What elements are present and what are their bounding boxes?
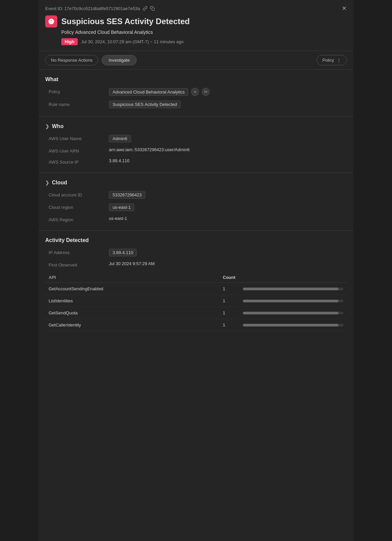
severity-badge: High xyxy=(61,38,78,45)
aws-region-value: us-east-1 xyxy=(109,216,347,221)
cloud-region-label: Cloud region xyxy=(49,203,109,210)
aws-user-name-label: AWS User Name xyxy=(49,135,109,141)
who-title[interactable]: ❯ Who xyxy=(45,123,347,129)
cloud-title-text: Cloud xyxy=(52,180,67,186)
count-cell: 1 xyxy=(219,295,240,307)
rule-name-tag: Suspicious SES Activity Detected xyxy=(109,101,181,108)
api-cell: GetSendQuota xyxy=(45,307,219,319)
aws-user-arn-value: arn:aws:iam::533267296423:user/Admin6 xyxy=(109,147,347,152)
count-cell: 1 xyxy=(219,307,240,319)
policy-button[interactable]: Policy ⋮ xyxy=(317,55,347,65)
api-cell: GetCallerIdentity xyxy=(45,319,219,331)
alert-icon xyxy=(45,15,57,27)
activity-title: Activity Detected xyxy=(45,237,347,243)
table-row: GetSendQuota 1 xyxy=(45,307,347,319)
count-cell: 1 xyxy=(219,283,240,295)
api-cell: ListIdentities xyxy=(45,295,219,307)
cloud-account-id-row: Cloud account ID 533267296423 xyxy=(45,191,347,199)
table-row: ListIdentities 1 xyxy=(45,295,347,307)
first-observed-row: First Observed Jul 30 2024 9:57:29 AM xyxy=(45,261,347,267)
cloud-account-id-label: Cloud account ID xyxy=(49,191,109,197)
cloud-section: ❯ Cloud Cloud account ID 533267296423 Cl… xyxy=(39,173,353,231)
bar-cell xyxy=(240,307,347,319)
aws-region-row: AWS Region us-east-1 xyxy=(45,216,347,222)
aws-source-ip-value: 3.89.4.110 xyxy=(109,158,347,163)
api-col-header: API xyxy=(45,272,219,283)
table-row: GetAccountSendingEnabled 1 xyxy=(45,283,347,295)
table-row: GetCallerIdentity 1 xyxy=(45,319,347,331)
policy-name: Advanced Cloud Behavioral Analytics xyxy=(75,29,153,35)
policy-button-label: Policy xyxy=(322,58,334,63)
ip-address-row: IP Address 3.89.4.110 xyxy=(45,249,347,256)
svg-rect-0 xyxy=(152,8,154,10)
cloud-region-value: us-east-1 xyxy=(109,203,347,211)
no-response-button[interactable]: No Response Actions xyxy=(45,55,98,65)
bar-cell xyxy=(240,283,347,295)
first-observed-value: Jul 30 2024 9:57:29 AM xyxy=(109,261,347,266)
aws-source-ip-label: AWS Source IP xyxy=(49,158,109,165)
count-col-header: Count xyxy=(219,272,240,283)
filter-eq-button[interactable]: = xyxy=(191,88,199,96)
who-section: ❯ Who AWS User Name Admin6 AWS User ARN … xyxy=(39,117,353,173)
aws-user-arn-label: AWS User ARN xyxy=(49,147,109,154)
link-icon[interactable] xyxy=(143,6,147,11)
policy-field-row: Policy Advanced Cloud Behavioral Analyti… xyxy=(45,88,347,96)
first-observed-label: First Observed xyxy=(49,261,109,267)
cloud-account-id-value: 533267296423 xyxy=(109,191,347,199)
filter-neq-button[interactable]: != xyxy=(202,88,210,96)
what-section: What Policy Advanced Cloud Behavioral An… xyxy=(39,70,353,117)
investigate-button[interactable]: Investigate xyxy=(102,55,137,65)
who-chevron: ❯ xyxy=(45,124,49,129)
aws-user-name-value: Admin6 xyxy=(109,135,347,142)
cloud-title[interactable]: ❯ Cloud xyxy=(45,180,347,186)
count-cell: 1 xyxy=(219,319,240,331)
activity-section: Activity Detected IP Address 3.89.4.110 … xyxy=(39,231,353,335)
close-icon[interactable]: ✕ xyxy=(342,5,347,12)
aws-source-ip-row: AWS Source IP 3.89.4.110 xyxy=(45,158,347,165)
api-cell: GetAccountSendingEnabled xyxy=(45,283,219,295)
copy-icon[interactable] xyxy=(150,6,155,11)
ip-address-value: 3.89.4.110 xyxy=(109,249,347,256)
aws-user-name-row: AWS User Name Admin6 xyxy=(45,135,347,142)
policy-row: Policy Advanced Cloud Behavioral Analyti… xyxy=(45,29,347,35)
policy-tag: Advanced Cloud Behavioral Analytics xyxy=(109,88,188,96)
what-title: What xyxy=(45,76,347,82)
more-icon: ⋮ xyxy=(337,58,341,63)
policy-field-label: Policy xyxy=(49,88,109,94)
event-id-text: Event ID: 17e70c9cc621dba8fe5712901ae7e5… xyxy=(45,6,140,11)
timestamp: Jul 30, 2024, 10:07:29 am (GMT-7) ~ 11 m… xyxy=(81,39,184,44)
policy-field-value: Advanced Cloud Behavioral Analytics = != xyxy=(109,88,347,96)
rule-name-field-row: Rule name Suspicious SES Activity Detect… xyxy=(45,101,347,108)
who-title-text: Who xyxy=(52,123,64,129)
aws-region-label: AWS Region xyxy=(49,216,109,222)
aws-user-arn-row: AWS User ARN arn:aws:iam::533267296423:u… xyxy=(45,147,347,154)
main-title: Suspicious SES Activity Detected xyxy=(61,17,190,26)
bar-cell xyxy=(240,295,347,307)
policy-prefix: Policy xyxy=(61,29,74,35)
ip-address-label: IP Address xyxy=(49,249,109,255)
api-table: API Count GetAccountSendingEnabled 1 Lis… xyxy=(45,272,347,331)
rule-name-label: Rule name xyxy=(49,101,109,107)
bar-col-header xyxy=(240,272,347,283)
bar-cell xyxy=(240,319,347,331)
cloud-region-row: Cloud region us-east-1 xyxy=(45,203,347,211)
rule-name-value: Suspicious SES Activity Detected xyxy=(109,101,347,108)
cloud-chevron: ❯ xyxy=(45,180,49,185)
